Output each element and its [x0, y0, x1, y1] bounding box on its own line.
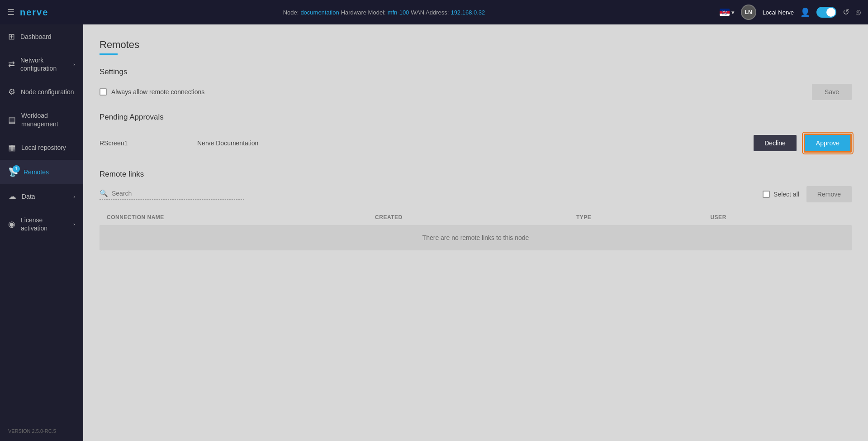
- main-content: Remotes Settings Always allow remote con…: [83, 24, 868, 441]
- always-allow-label[interactable]: Always allow remote connections: [100, 88, 204, 96]
- save-button[interactable]: Save: [812, 84, 852, 100]
- topbar-left: ☰ nerve: [7, 7, 48, 18]
- sidebar-chevron-data: ›: [73, 194, 75, 199]
- local-nerve-label: Local Nerve: [763, 9, 794, 16]
- sidebar-badge-remotes: 1: [13, 165, 20, 173]
- wan-label: WAN Address:: [411, 9, 449, 16]
- app-body: ⊞Dashboard⇄Network configuration›⚙Node c…: [0, 24, 868, 441]
- remote-links-title: Remote links: [100, 170, 852, 179]
- col-user: USER: [710, 214, 844, 220]
- table-header: CONNECTION NAME CREATED TYPE USER: [100, 210, 852, 225]
- sidebar-label-node-configuration: Node configuration: [21, 88, 74, 96]
- always-allow-text: Always allow remote connections: [111, 88, 204, 96]
- table-empty: There are no remote links to this node: [100, 225, 852, 250]
- logout-icon[interactable]: ⎋: [856, 8, 861, 17]
- sidebar-item-dashboard[interactable]: ⊞Dashboard: [0, 24, 83, 49]
- sidebar-label-network-configuration: Network configuration: [20, 56, 68, 72]
- sidebar-label-local-repository: Local repository: [21, 144, 66, 152]
- wan-value: 192.168.0.32: [451, 9, 485, 16]
- title-underline: [100, 53, 118, 55]
- sidebar: ⊞Dashboard⇄Network configuration›⚙Node c…: [0, 24, 83, 441]
- sidebar-item-license-activation[interactable]: ◉License activation›: [0, 209, 83, 240]
- sidebar-chevron-license-activation: ›: [73, 221, 75, 227]
- col-created: CREATED: [375, 214, 576, 220]
- sidebar-label-dashboard: Dashboard: [20, 33, 52, 41]
- settings-row: Always allow remote connections Save: [100, 84, 852, 100]
- search-box: 🔍: [100, 189, 244, 200]
- hardware-value: mfn-100: [388, 9, 409, 16]
- user-icon[interactable]: 👤: [800, 7, 810, 17]
- pending-approvals-section: Pending Approvals RScreen1 Nerve Documen…: [100, 113, 852, 157]
- sidebar-item-node-configuration[interactable]: ⚙Node configuration: [0, 80, 83, 104]
- sidebar-icon-network-configuration: ⇄: [8, 59, 15, 69]
- sidebar-label-license-activation: License activation: [21, 216, 68, 232]
- remote-links-section: Remote links 🔍 Select all Remove CONNECT…: [100, 170, 852, 250]
- node-label: Node:: [283, 9, 299, 16]
- select-all-label: Select all: [773, 191, 799, 198]
- search-input[interactable]: [112, 190, 244, 197]
- sidebar-item-data[interactable]: ☁Data›: [0, 184, 83, 209]
- decline-button[interactable]: Decline: [754, 135, 797, 151]
- select-all-row: Select all: [763, 191, 799, 198]
- sidebar-icon-workload-management: ▤: [8, 115, 16, 125]
- pending-approvals-title: Pending Approvals: [100, 113, 852, 122]
- sidebar-chevron-network-configuration: ›: [73, 62, 75, 67]
- topbar-right: 🇬🇧 ▾ LN Local Nerve 👤 ↺ ⎋: [720, 5, 861, 20]
- hamburger-icon[interactable]: ☰: [7, 7, 14, 17]
- approval-row: RScreen1 Nerve Documentation Decline App…: [100, 129, 852, 157]
- sidebar-version: VERSION 2.5.0-RC.5: [0, 421, 83, 441]
- approval-name: RScreen1: [100, 139, 190, 147]
- sidebar-item-workload-management[interactable]: ▤Workload management: [0, 104, 83, 135]
- approval-doc: Nerve Documentation: [197, 139, 746, 147]
- lang-chevron: ▾: [731, 9, 735, 16]
- sidebar-label-remotes: Remotes: [24, 168, 49, 176]
- toggle-switch[interactable]: [816, 7, 836, 18]
- page-title: Remotes: [100, 39, 852, 51]
- topbar: ☰ nerve Node: documentation Hardware Mod…: [0, 0, 868, 24]
- sidebar-item-network-configuration[interactable]: ⇄Network configuration›: [0, 49, 83, 80]
- language-selector[interactable]: 🇬🇧 ▾: [720, 9, 735, 16]
- remove-button[interactable]: Remove: [806, 186, 852, 202]
- reload-icon[interactable]: ↺: [843, 7, 849, 17]
- sidebar-icon-data: ☁: [8, 192, 16, 201]
- col-type: TYPE: [576, 214, 711, 220]
- sidebar-item-local-repository[interactable]: ▦Local repository: [0, 135, 83, 160]
- sidebar-label-workload-management: Workload management: [21, 111, 75, 128]
- sidebar-label-data: Data: [22, 192, 35, 201]
- approve-button[interactable]: Approve: [804, 134, 852, 153]
- hardware-label: Hardware Model:: [341, 9, 386, 16]
- select-all-checkbox[interactable]: [763, 191, 770, 198]
- sidebar-icon-node-configuration: ⚙: [8, 87, 15, 97]
- remote-links-toolbar: 🔍 Select all Remove: [100, 186, 852, 202]
- sidebar-icon-local-repository: ▦: [8, 143, 16, 153]
- settings-section-title: Settings: [100, 67, 852, 77]
- col-connection-name: CONNECTION NAME: [107, 214, 375, 220]
- avatar: LN: [741, 5, 756, 20]
- sidebar-icon-dashboard: ⊞: [8, 32, 15, 42]
- node-value: documentation: [300, 9, 339, 16]
- topbar-center: Node: documentation Hardware Model: mfn-…: [54, 9, 714, 16]
- nerve-logo: nerve: [20, 7, 48, 18]
- always-allow-checkbox[interactable]: [100, 88, 107, 96]
- flag-icon: 🇬🇧: [720, 9, 730, 16]
- settings-section: Settings Always allow remote connections…: [100, 67, 852, 100]
- sidebar-icon-license-activation: ◉: [8, 219, 15, 229]
- sidebar-item-remotes[interactable]: 📡Remotes1: [0, 160, 83, 184]
- search-icon: 🔍: [100, 189, 108, 197]
